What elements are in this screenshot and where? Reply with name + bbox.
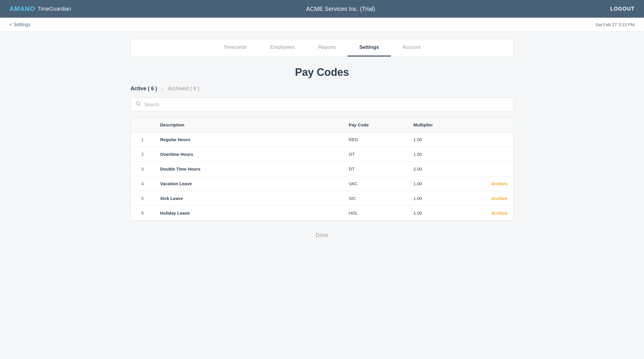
row-description: Regular Hours: [154, 132, 343, 147]
row-multiplier: 2.00: [407, 162, 466, 176]
row-multiplier: 1.00: [407, 176, 466, 191]
row-multiplier: 1.00: [407, 191, 466, 206]
row-description: Double Time Hours: [154, 162, 343, 176]
col-action: [466, 118, 513, 132]
datetime: Sat Feb 27 3:13 PM: [596, 22, 635, 27]
search-container: [130, 98, 514, 111]
search-icon: [135, 101, 141, 108]
tab-timecards[interactable]: Timecards: [212, 39, 259, 56]
back-link[interactable]: < Settings: [9, 22, 31, 27]
row-paycode: SIC: [343, 191, 407, 206]
nav-tabs-container: Timecards Employees Reports Settings Acc…: [130, 39, 514, 57]
table-row: 2Overtime HoursOT1.50: [131, 147, 513, 162]
logout-button[interactable]: LOGOUT: [610, 6, 635, 12]
row-paycode: VAC: [343, 176, 407, 191]
nav-tabs: Timecards Employees Reports Settings Acc…: [212, 39, 432, 56]
archive-button[interactable]: Archive: [491, 181, 507, 186]
row-num: 4: [131, 176, 154, 191]
row-paycode: REG: [343, 132, 407, 147]
logo: AMANO TimeGuardian: [9, 5, 71, 13]
row-action: Archive: [466, 206, 513, 221]
sub-header: < Settings Sat Feb 27 3:13 PM: [0, 18, 644, 32]
row-paycode: OT: [343, 147, 407, 162]
row-num: 2: [131, 147, 154, 162]
row-multiplier: 1.00: [407, 206, 466, 221]
col-num: [131, 118, 154, 132]
filter-tabs: Active ( 6 ) | Archived ( 9 ): [130, 86, 514, 92]
archive-button[interactable]: Archive: [491, 211, 507, 216]
row-action: Archive: [466, 176, 513, 191]
row-action: [466, 147, 513, 162]
main-content: Timecards Employees Reports Settings Acc…: [116, 39, 528, 241]
svg-line-1: [139, 105, 141, 106]
tab-employees[interactable]: Employees: [258, 39, 306, 56]
col-paycode: Pay Code: [343, 118, 407, 132]
logo-timeguardian: TimeGuardian: [38, 6, 71, 12]
row-paycode: HOL: [343, 206, 407, 221]
row-description: Holiday Leave: [154, 206, 343, 221]
search-input[interactable]: [144, 102, 509, 107]
table-row: 3Double Time HoursDT2.00: [131, 162, 513, 176]
tab-settings[interactable]: Settings: [348, 39, 391, 56]
tab-reports[interactable]: Reports: [306, 39, 348, 56]
row-num: 6: [131, 206, 154, 221]
done-button[interactable]: Done: [308, 230, 335, 241]
page-title: Pay Codes: [130, 66, 514, 79]
row-action: Archive: [466, 191, 513, 206]
row-multiplier: 1.50: [407, 147, 466, 162]
filter-active[interactable]: Active ( 6 ): [130, 86, 157, 92]
table-row: 6Holiday LeaveHOL1.00Archive: [131, 206, 513, 221]
top-header: AMANO TimeGuardian ACME Services Inc. (T…: [0, 0, 644, 18]
table-row: 1Regular HoursREG1.00: [131, 132, 513, 147]
row-description: Vacation Leave: [154, 176, 343, 191]
col-description: Description: [154, 118, 343, 132]
filter-archived[interactable]: Archived ( 9 ): [168, 86, 199, 92]
row-num: 5: [131, 191, 154, 206]
col-multiplier: Multiplier: [407, 118, 466, 132]
done-container: Done: [130, 230, 514, 241]
row-paycode: DT: [343, 162, 407, 176]
row-action: [466, 132, 513, 147]
row-description: Sick Leave: [154, 191, 343, 206]
row-num: 3: [131, 162, 154, 176]
table-row: 5Sick LeaveSIC1.00Archive: [131, 191, 513, 206]
pay-codes-table: Description Pay Code Multiplier 1Regular…: [130, 117, 514, 221]
row-num: 1: [131, 132, 154, 147]
row-multiplier: 1.00: [407, 132, 466, 147]
table-header-row: Description Pay Code Multiplier: [131, 118, 513, 132]
row-description: Overtime Hours: [154, 147, 343, 162]
row-action: [466, 162, 513, 176]
table-row: 4Vacation LeaveVAC1.00Archive: [131, 176, 513, 191]
logo-amano: AMANO: [9, 5, 35, 13]
archive-button[interactable]: Archive: [491, 196, 507, 201]
filter-divider: |: [162, 86, 163, 92]
company-title: ACME Services Inc. (Trial): [306, 6, 375, 12]
tab-account[interactable]: Account: [391, 39, 432, 56]
